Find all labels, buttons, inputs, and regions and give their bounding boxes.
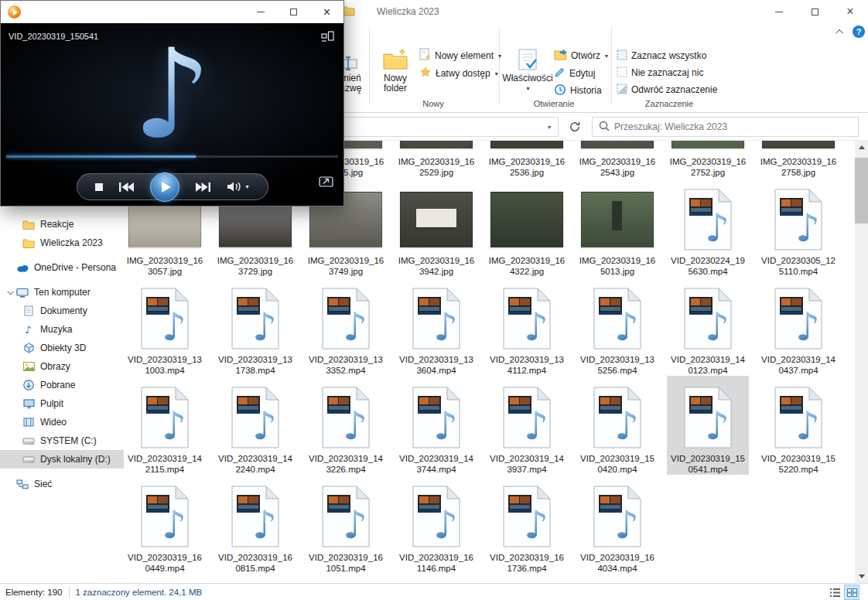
- details-view-button[interactable]: [828, 585, 842, 599]
- previous-button[interactable]: [119, 182, 134, 192]
- file-item-vid-20230319-15-5220-mp4[interactable]: ♪VID_20230319_155220.mp4: [757, 376, 839, 475]
- edit-button[interactable]: Edytuj: [554, 66, 595, 81]
- easy-access-button[interactable]: Łatwy dostęp▾: [419, 66, 498, 81]
- file-item-vid-20230319-14-3744-mp4[interactable]: ♪VID_20230319_143744.mp4: [395, 376, 477, 475]
- sidebar-item-pobrane[interactable]: Pobrane: [0, 376, 124, 394]
- file-item-img-20230319-16-5013-jpg[interactable]: IMG_20230319_165013.jpg: [576, 178, 658, 277]
- file-item-vid-20230319-15-0541-mp4[interactable]: ♪VID_20230319_150541.mp4: [667, 376, 749, 475]
- file-item-vid-20230319-16-1051-mp4[interactable]: ♪VID_20230319_161051.mp4: [305, 475, 387, 574]
- sidebar-item-system-c[interactable]: SYSTEM (C:): [0, 431, 124, 450]
- file-item-vid-20230319-14-3226-mp4[interactable]: ♪VID_20230319_143226.mp4: [305, 376, 387, 475]
- open-button[interactable]: Otwórz▾: [554, 48, 608, 63]
- file-name-label: IMG_20230319_163729.jpg: [217, 255, 293, 277]
- file-item-vid-20230319-13-1738-mp4[interactable]: ♪VID_20230319_131738.mp4: [214, 277, 296, 376]
- sidebar-item-muzyka[interactable]: ♪Muzyka: [0, 320, 124, 339]
- next-button[interactable]: [196, 182, 210, 192]
- ribbon-group-selection: Zaznaczenie: [623, 99, 716, 108]
- stop-button[interactable]: [95, 183, 103, 191]
- sidebar-item-wieliczka-2023[interactable]: Wieliczka 2023: [0, 234, 124, 252]
- refresh-button[interactable]: [565, 117, 585, 137]
- file-item-vid-20230319-16-1146-mp4[interactable]: ♪VID_20230319_161146.mp4: [395, 475, 477, 574]
- player-close-button[interactable]: ×: [310, 1, 343, 23]
- volume-button[interactable]: ▾: [227, 181, 248, 193]
- scrollbar[interactable]: [855, 141, 868, 583]
- file-item-img-20230319-16-2543-jpg[interactable]: IMG_20230319_162543.jpg: [576, 141, 658, 178]
- video-file-icon: ♪: [684, 286, 732, 351]
- file-item-vid-20230319-16-0449-mp4[interactable]: ♪VID_20230319_160449.mp4: [124, 475, 206, 574]
- player-minimize-button[interactable]: [244, 1, 277, 23]
- file-item-vid-20230319-14-0123-mp4[interactable]: ♪VID_20230319_140123.mp4: [667, 277, 749, 376]
- file-item-vid-20230319-16-0815-mp4[interactable]: ♪VID_20230319_160815.mp4: [214, 475, 296, 574]
- file-item-vid-20230224-19-5630-mp4[interactable]: ♪VID_20230224_195630.mp4: [667, 178, 749, 277]
- sidebar-item-dysk-lokalny-d[interactable]: Dysk lokalny (D:): [0, 450, 124, 469]
- properties-button[interactable]: Właściwości ▾: [503, 43, 552, 94]
- photo-thumbnail: [400, 141, 473, 153]
- file-item-vid-20230319-14-0437-mp4[interactable]: ♪VID_20230319_140437.mp4: [757, 277, 839, 376]
- file-item-vid-20230319-13-3604-mp4[interactable]: ♪VID_20230319_133604.mp4: [395, 277, 477, 376]
- select-none-button[interactable]: Nie zaznaczaj nic: [617, 65, 703, 80]
- select-all-button[interactable]: Zaznacz wszystko: [617, 48, 706, 63]
- maximize-icon: [812, 9, 818, 15]
- file-item-vid-20230319-13-5256-mp4[interactable]: ♪VID_20230319_135256.mp4: [576, 277, 658, 376]
- file-item-vid-20230305-12-5110-mp4[interactable]: ♪VID_20230305_125110.mp4: [757, 178, 839, 277]
- invert-selection-button[interactable]: Odwróć zaznaczenie: [617, 82, 717, 97]
- scroll-up-button[interactable]: [855, 141, 868, 154]
- file-item-vid-20230319-13-3352-mp4[interactable]: ♪VID_20230319_133352.mp4: [305, 277, 387, 376]
- file-browser-content: IMG_20230319_162515.jpgIMG_20230319_1625…: [0, 141, 868, 583]
- photo-thumbnail: [490, 141, 563, 153]
- sidebar-item-pulpit[interactable]: Pulpit: [0, 394, 124, 413]
- video-file-icon: ♪: [593, 484, 641, 549]
- file-item-img-20230319-16-3942-jpg[interactable]: IMG_20230319_163942.jpg: [395, 178, 477, 277]
- file-item-img-20230319-16-2536-jpg[interactable]: IMG_20230319_162536.jpg: [486, 141, 568, 178]
- file-item-vid-20230319-15-0420-mp4[interactable]: ♪VID_20230319_150420.mp4: [576, 376, 658, 475]
- file-name-label: VID_20230319_131738.mp4: [218, 354, 292, 376]
- collapse-ribbon-button[interactable]: [838, 29, 843, 35]
- sidebar-item-reakcje[interactable]: Reakcje: [0, 215, 124, 234]
- scrollbar-thumb[interactable]: [855, 158, 868, 223]
- file-item-img-20230319-16-2529-jpg[interactable]: IMG_20230319_162529.jpg: [395, 141, 477, 178]
- thumbnails-view-button[interactable]: [845, 585, 859, 599]
- minimize-button[interactable]: [761, 0, 797, 23]
- sidebar-item-onedrive-persona[interactable]: OneDrive - Persona: [0, 258, 124, 277]
- edit-icon: [554, 66, 566, 80]
- file-item-vid-20230319-16-1736-mp4[interactable]: ♪VID_20230319_161736.mp4: [486, 475, 568, 574]
- select-all-label: Zaznacz wszystko: [631, 50, 706, 61]
- file-name-label: VID_20230319_143226.mp4: [309, 453, 383, 475]
- file-item-img-20230319-16-4322-jpg[interactable]: IMG_20230319_164322.jpg: [486, 178, 568, 277]
- sidebar-item-wideo[interactable]: Wideo: [0, 413, 124, 431]
- status-selection-info: 1 zaznaczony element. 24,1 MB: [76, 588, 203, 597]
- video-file-icon: ♪: [774, 385, 822, 450]
- new-folder-button[interactable]: Nowy folder: [374, 43, 417, 94]
- sidebar-item-ten-komputer[interactable]: Ten komputer: [0, 283, 124, 302]
- file-item-vid-20230319-13-1003-mp4[interactable]: ♪VID_20230319_131003.mp4: [124, 277, 206, 376]
- file-item-vid-20230319-14-3937-mp4[interactable]: ♪VID_20230319_143937.mp4: [486, 376, 568, 475]
- sidebar-item-obiekty-3d[interactable]: Obiekty 3D: [0, 339, 124, 357]
- search-input[interactable]: [614, 118, 858, 135]
- play-button[interactable]: [150, 172, 179, 202]
- stop-icon: [95, 183, 103, 191]
- scroll-down-button[interactable]: [855, 570, 868, 583]
- sidebar-item-obrazy[interactable]: Obrazy: [0, 357, 124, 376]
- player-maximize-button[interactable]: [277, 1, 310, 23]
- new-item-icon: [419, 48, 431, 63]
- file-item-vid-20230319-14-2115-mp4[interactable]: ♪VID_20230319_142115.mp4: [124, 376, 206, 475]
- sidebar-item-dokumenty[interactable]: Dokumenty: [0, 302, 124, 320]
- file-name-label: IMG_20230319_163749.jpg: [308, 255, 384, 277]
- maximize-button[interactable]: [797, 0, 832, 23]
- help-button[interactable]: ?: [853, 26, 865, 38]
- new-item-button[interactable]: Nowy element▾: [419, 48, 501, 63]
- history-button[interactable]: Historia: [554, 83, 602, 98]
- close-button[interactable]: ×: [832, 0, 868, 23]
- file-item-vid-20230319-13-4112-mp4[interactable]: ♪VID_20230319_134112.mp4: [486, 277, 568, 376]
- address-dropdown-icon[interactable]: ▾: [542, 118, 556, 136]
- sidebar-item-sie[interactable]: Sieć: [0, 475, 124, 493]
- fullscreen-icon[interactable]: [319, 176, 333, 189]
- file-item-vid-20230319-16-4034-mp4[interactable]: ♪VID_20230319_164034.mp4: [576, 475, 658, 574]
- switch-to-library-icon[interactable]: [321, 31, 334, 45]
- file-item-img-20230319-16-2752-jpg[interactable]: IMG_20230319_162752.jpg: [667, 141, 749, 178]
- video-file-icon: ♪: [774, 286, 822, 351]
- file-item-img-20230319-16-2758-jpg[interactable]: IMG_20230319_162758.jpg: [757, 141, 839, 178]
- file-item-vid-20230319-14-2240-mp4[interactable]: ♪VID_20230319_142240.mp4: [214, 376, 296, 475]
- photo-thumbnail: [490, 187, 563, 252]
- seek-bar[interactable]: [6, 155, 338, 158]
